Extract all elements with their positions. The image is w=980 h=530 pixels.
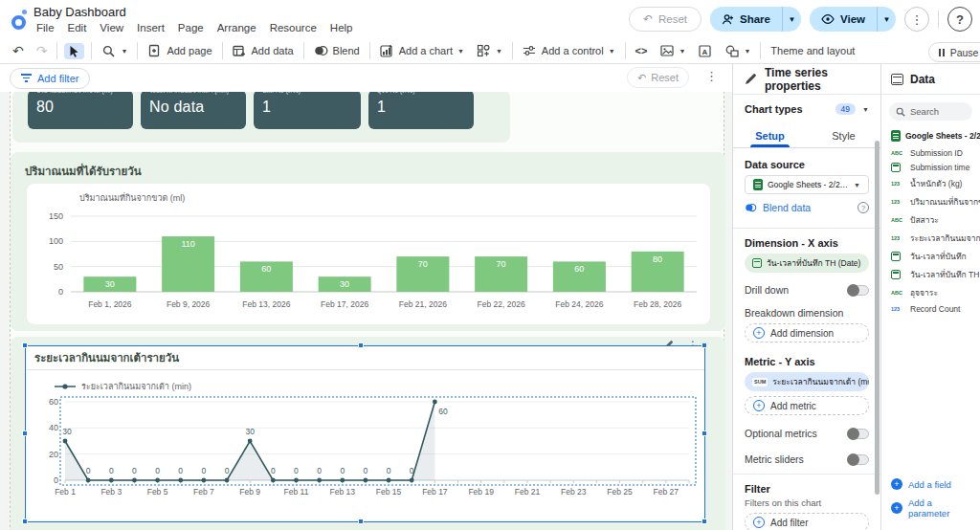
add-data-button[interactable]: Add data: [230, 42, 297, 60]
add-filter-button-panel[interactable]: + Add filter: [745, 513, 869, 530]
scorecard[interactable]: ปริมาณนมที่กินจากขวด (ml)80: [28, 90, 133, 129]
selection-handle[interactable]: [22, 431, 28, 436]
field-item[interactable]: 123น้ำหนักตัว (kg): [881, 174, 980, 192]
filter-bar-more-icon[interactable]: ⋮: [705, 69, 718, 83]
add-text-button[interactable]: A: [695, 42, 715, 60]
add-chart-icon: [380, 44, 394, 58]
chevron-down-icon[interactable]: ▼: [862, 106, 869, 113]
menu-item-arrange[interactable]: Arrange: [211, 21, 263, 34]
more-options-button[interactable]: ⋮: [904, 7, 929, 32]
report-title[interactable]: Baby Dashboard: [33, 5, 126, 19]
share-button[interactable]: Share ▼: [710, 7, 801, 32]
selection-handle[interactable]: [358, 342, 364, 348]
selection-handle[interactable]: [22, 342, 28, 348]
redo-button[interactable]: ↷: [33, 41, 51, 60]
menu-item-file[interactable]: File: [30, 21, 61, 34]
add-image-button[interactable]: ▼: [657, 42, 688, 60]
filter-reset-button[interactable]: ↶ Reset: [627, 67, 689, 88]
metric-sliders-toggle[interactable]: [847, 454, 869, 465]
field-item[interactable]: 123ปริมาณนมที่กินจากขวด...: [881, 192, 980, 210]
blend-button[interactable]: Blend: [311, 42, 363, 60]
community-visualizations-button[interactable]: ▼: [474, 42, 505, 60]
field-item[interactable]: วัน-เวลาที่บันทึก TH: [881, 265, 980, 283]
field-item[interactable]: ABCปัสสาวะ: [881, 210, 980, 229]
number-field-icon: 123: [891, 235, 905, 241]
aggregation-badge: SUM: [752, 378, 768, 386]
view-button[interactable]: View ▼: [810, 7, 896, 32]
menu-item-page[interactable]: Page: [171, 21, 211, 34]
selection-handle[interactable]: [702, 519, 707, 524]
data-source-chip[interactable]: Google Sheets - 2/27/26, 8:... ▼: [745, 175, 869, 194]
undo-button[interactable]: ↶: [10, 41, 27, 60]
menu-item-resource[interactable]: Resource: [263, 21, 323, 34]
line-chart-plot[interactable]: 6040200Feb 1Feb 3Feb 5Feb 7Feb 9Feb 11Fe…: [27, 392, 702, 515]
field-item[interactable]: Submission time: [881, 160, 980, 174]
add-data-icon: [233, 44, 247, 58]
line-chart-section[interactable]: ⋮ ระยะเวลากินนมจากเต้ารายวัน ระยะเวลากิน…: [11, 337, 725, 530]
report-page[interactable]: ปริมาณนมที่กินจากขวด (ml)80ระยะเวลากินนม…: [10, 72, 724, 530]
add-page-button[interactable]: Add page: [145, 42, 214, 60]
add-metric-button[interactable]: + Add metric: [745, 396, 869, 415]
field-item[interactable]: วัน-เวลาที่บันทึก: [881, 247, 980, 265]
calendar-icon: [891, 270, 901, 279]
selection-handle[interactable]: [702, 431, 707, 436]
view-dropdown-caret[interactable]: ▼: [877, 7, 896, 32]
blend-data-link[interactable]: Blend data: [745, 202, 811, 213]
field-name: น้ำหนักตัว (kg): [910, 177, 962, 190]
optional-metrics-toggle[interactable]: [847, 429, 869, 439]
chart-types-row[interactable]: Chart types 49 ▼: [733, 95, 880, 123]
scorecard[interactable]: ปัสสาวะ (ครั้ง)1: [254, 90, 361, 129]
add-a-parameter-button[interactable]: + Add a parameter: [881, 494, 980, 522]
field-item[interactable]: ABCอุจจาระ: [881, 283, 980, 301]
selection-handle[interactable]: [22, 519, 28, 524]
help-circle-icon[interactable]: ?: [858, 202, 869, 213]
add-filter-button[interactable]: Add filter: [10, 68, 90, 89]
embed-url-button[interactable]: <>: [633, 43, 651, 58]
line-chart-title: ระยะเวลากินนมจากเต้ารายวัน: [26, 346, 704, 370]
field-search-input[interactable]: Search: [889, 102, 972, 121]
tab-setup[interactable]: Setup: [733, 123, 807, 147]
line-chart-component[interactable]: ระยะเวลากินนมจากเต้ารายวัน ระยะเวลากินนม…: [25, 345, 705, 522]
report-canvas[interactable]: ปริมาณนมที่กินจากขวด (ml)80ระยะเวลากินนม…: [0, 64, 732, 530]
add-dimension-button[interactable]: + Add dimension: [745, 323, 869, 342]
add-control-button[interactable]: Add a control▼: [520, 42, 618, 60]
data-source-item[interactable]: Google Sheets - 2/27/...: [881, 121, 980, 145]
tab-style[interactable]: Style: [807, 123, 880, 147]
bar-chart-card[interactable]: ปริมาณนมที่กินจากขวด (ml) 15010050030Feb…: [27, 184, 710, 324]
field-item[interactable]: 123Record Count: [881, 301, 980, 316]
help-button[interactable]: ?: [947, 7, 972, 32]
select-cursor-button[interactable]: [64, 43, 84, 59]
share-dropdown-caret[interactable]: ▼: [782, 7, 801, 32]
looker-studio-logo-icon[interactable]: [10, 9, 31, 32]
add-chart-button[interactable]: Add a chart▼: [377, 42, 467, 60]
theme-and-layout-button[interactable]: Theme and layout: [768, 43, 858, 58]
chevron-down-icon[interactable]: ▼: [854, 182, 860, 188]
add-shape-button[interactable]: ▼: [722, 42, 753, 60]
zoom-tool-button[interactable]: ▼: [99, 42, 130, 60]
field-item[interactable]: 123ระยะเวลากินนมจากเต้า ...: [881, 229, 980, 247]
dimension-heading: Dimension - X axis: [733, 237, 880, 249]
scorecard[interactable]: อุจจาระ (ครั้ง)1: [368, 90, 474, 129]
bar-chart-section[interactable]: ปริมาณนมที่ได้รับรายวัน ปริมาณนมที่กินจา…: [11, 152, 725, 331]
bar-chart-plot[interactable]: 15010050030Feb 1, 2026110Feb 9, 202660Fe…: [31, 205, 706, 321]
scrollbar-thumb[interactable]: [875, 141, 880, 495]
svg-text:30: 30: [340, 279, 349, 289]
reset-button[interactable]: ↶ Reset: [629, 7, 702, 32]
dimension-field-chip[interactable]: วัน-เวลาที่บันทึก TH (Date): [745, 254, 869, 273]
selection-handle[interactable]: [702, 342, 707, 348]
menu-item-help[interactable]: Help: [323, 21, 360, 34]
menu-item-edit[interactable]: Edit: [61, 21, 94, 34]
scorecard[interactable]: ระยะเวลากินนมจากเต้า (min)No data: [141, 90, 246, 129]
svg-text:60: 60: [574, 264, 584, 274]
menu-item-view[interactable]: View: [93, 21, 130, 34]
drill-down-toggle[interactable]: [847, 285, 869, 296]
optional-metrics-row: Optional metrics: [733, 428, 880, 439]
metric-field-chip[interactable]: SUM ระยะเวลากินนมจากเต้า (min): [745, 372, 869, 391]
pause-updates-button[interactable]: Pause up: [928, 42, 980, 62]
field-item[interactable]: ABCSubmission ID: [881, 145, 980, 160]
filters-on-chart-label: Filters on this chart: [733, 497, 880, 508]
selection-handle[interactable]: [358, 519, 364, 524]
add-a-field-button[interactable]: + Add a field: [881, 475, 980, 494]
menu-item-insert[interactable]: Insert: [130, 21, 171, 34]
svg-text:Feb 24, 2026: Feb 24, 2026: [555, 299, 603, 309]
